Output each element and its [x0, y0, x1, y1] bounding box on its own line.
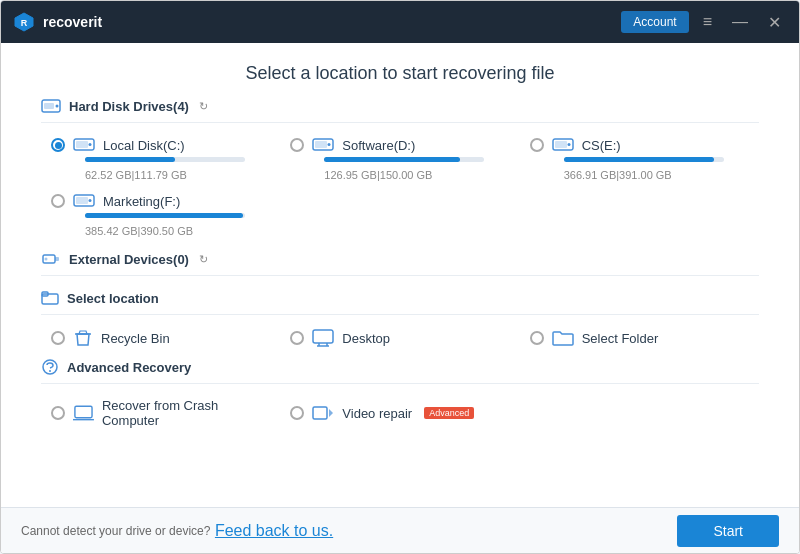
disk-drive-icon: [552, 137, 574, 153]
footer-message: Cannot detect your drive or device?: [21, 524, 210, 538]
external-devices-section: External Devices(0) ↻: [41, 251, 759, 276]
disk-name-local-c: Local Disk(C:): [103, 138, 185, 153]
radio-marketing-f[interactable]: [51, 194, 65, 208]
location-name-desktop: Desktop: [342, 331, 390, 346]
disk-item-marketing-f[interactable]: Marketing(F:) 385.42 GB|390.50 GB: [51, 193, 270, 239]
svg-rect-6: [76, 141, 88, 148]
svg-point-4: [56, 105, 59, 108]
hard-disk-icon: [41, 98, 61, 114]
disk-progress-local-c: 62.52 GB|111.79 GB: [51, 157, 270, 183]
radio-select-folder[interactable]: [530, 331, 544, 345]
external-refresh-icon[interactable]: ↻: [199, 253, 208, 266]
account-button[interactable]: Account: [621, 11, 688, 33]
svg-point-10: [328, 143, 331, 146]
location-item-desktop[interactable]: Desktop: [290, 329, 509, 347]
hard-disk-section: Hard Disk Drives(4) ↻ Loca: [41, 98, 759, 239]
page-title: Select a location to start recovering fi…: [1, 43, 799, 98]
logo: R recoverit: [13, 11, 102, 33]
video-repair-icon: [312, 404, 334, 422]
scroll-area: Hard Disk Drives(4) ↻ Loca: [1, 98, 799, 507]
disk-size-software-d: 126.95 GB|150.00 GB: [324, 169, 432, 181]
close-button[interactable]: ✕: [762, 13, 787, 32]
advanced-item-crash-computer[interactable]: Recover from Crash Computer: [51, 398, 270, 428]
disk-size-cs-e: 366.91 GB|391.00 GB: [564, 169, 672, 181]
footer-link[interactable]: Feed back to us.: [215, 522, 333, 540]
advanced-grid: Recover from Crash Computer Video repair…: [41, 398, 759, 428]
svg-rect-9: [315, 141, 327, 148]
footer: Cannot detect your drive or device? Feed…: [1, 507, 799, 553]
advanced-badge: Advanced: [424, 407, 474, 419]
disk-drive-icon: [312, 137, 334, 153]
svg-point-28: [49, 370, 51, 372]
radio-recycle-bin[interactable]: [51, 331, 65, 345]
disk-name-cs-e: CS(E:): [582, 138, 621, 153]
hard-disk-title: Hard Disk Drives(4): [69, 99, 189, 114]
svg-rect-29: [75, 406, 92, 417]
disk-drive-icon: [73, 137, 95, 153]
disk-drive-icon: [73, 193, 95, 209]
advanced-name-crash-computer: Recover from Crash Computer: [102, 398, 270, 428]
svg-rect-18: [55, 257, 59, 261]
radio-software-d[interactable]: [290, 138, 304, 152]
advanced-item-video-repair[interactable]: Video repair Advanced: [290, 398, 509, 428]
logo-text: recoverit: [43, 14, 102, 30]
title-bar: R recoverit Account ≡ — ✕: [1, 1, 799, 43]
svg-rect-23: [313, 330, 333, 343]
svg-point-7: [89, 143, 92, 146]
radio-desktop[interactable]: [290, 331, 304, 345]
svg-point-13: [567, 143, 570, 146]
laptop-icon: [73, 404, 94, 422]
disk-size-marketing-f: 385.42 GB|390.50 GB: [85, 225, 193, 237]
radio-local-c[interactable]: [51, 138, 65, 152]
disk-name-software-d: Software(D:): [342, 138, 415, 153]
content-area: Select a location to start recovering fi…: [1, 43, 799, 553]
disk-item-local-c[interactable]: Local Disk(C:) 62.52 GB|111.79 GB: [51, 137, 270, 183]
svg-text:R: R: [21, 18, 28, 28]
radio-video-repair[interactable]: [290, 406, 304, 420]
start-button[interactable]: Start: [677, 515, 779, 547]
minimize-button[interactable]: —: [726, 13, 754, 31]
advanced-name-video-repair: Video repair: [342, 406, 412, 421]
recycle-bin-icon: [73, 329, 93, 347]
radio-cs-e[interactable]: [530, 138, 544, 152]
external-devices-header: External Devices(0) ↻: [41, 251, 759, 276]
external-device-icon: [41, 251, 61, 267]
svg-point-16: [89, 199, 92, 202]
hard-disk-header: Hard Disk Drives(4) ↻: [41, 98, 759, 123]
select-location-header: Select location: [41, 290, 759, 315]
advanced-recovery-icon: [41, 359, 59, 375]
disk-item-cs-e[interactable]: CS(E:) 366.91 GB|391.00 GB: [530, 137, 749, 183]
location-item-recycle-bin[interactable]: Recycle Bin: [51, 329, 270, 347]
external-devices-title: External Devices(0): [69, 252, 189, 267]
select-location-title: Select location: [67, 291, 159, 306]
disk-name-marketing-f: Marketing(F:): [103, 194, 180, 209]
svg-rect-15: [76, 197, 88, 204]
svg-point-19: [45, 258, 48, 261]
desktop-icon: [312, 329, 334, 347]
location-item-select-folder[interactable]: Select Folder: [530, 329, 749, 347]
location-icon: [41, 290, 59, 306]
select-location-section: Select location Recycle Bin: [41, 290, 759, 347]
advanced-recovery-header: Advanced Recovery: [41, 359, 759, 384]
location-grid: Recycle Bin Desktop: [41, 329, 759, 347]
disk-item-software-d[interactable]: Software(D:) 126.95 GB|150.00 GB: [290, 137, 509, 183]
title-bar-controls: Account ≡ — ✕: [621, 11, 787, 33]
menu-button[interactable]: ≡: [697, 13, 718, 31]
disk-progress-marketing-f: 385.42 GB|390.50 GB: [51, 213, 270, 239]
radio-crash-computer[interactable]: [51, 406, 65, 420]
svg-rect-12: [555, 141, 567, 148]
svg-rect-3: [44, 103, 54, 109]
advanced-recovery-section: Advanced Recovery Recover from Crash Com…: [41, 359, 759, 428]
advanced-recovery-title: Advanced Recovery: [67, 360, 191, 375]
app-window: R recoverit Account ≡ — ✕ Select a locat…: [0, 0, 800, 554]
disk-progress-cs-e: 366.91 GB|391.00 GB: [530, 157, 749, 183]
disk-grid: Local Disk(C:) 62.52 GB|111.79 GB: [41, 137, 759, 239]
refresh-icon[interactable]: ↻: [199, 100, 208, 113]
svg-rect-31: [313, 407, 327, 419]
folder-icon: [552, 329, 574, 347]
location-name-recycle-bin: Recycle Bin: [101, 331, 170, 346]
logo-icon: R: [13, 11, 35, 33]
disk-size-local-c: 62.52 GB|111.79 GB: [85, 169, 187, 181]
disk-progress-software-d: 126.95 GB|150.00 GB: [290, 157, 509, 183]
svg-marker-32: [329, 409, 333, 417]
